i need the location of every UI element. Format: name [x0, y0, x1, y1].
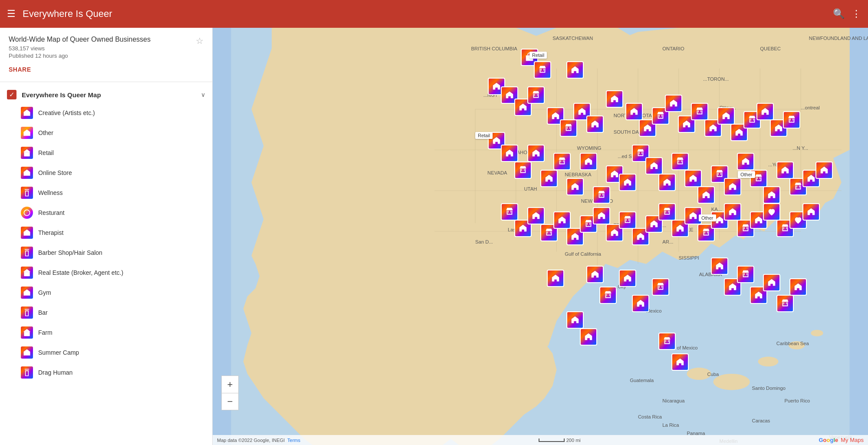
share-button[interactable]: SHARE	[9, 63, 31, 76]
svg-text:SISSIPPI: SISSIPPI	[679, 255, 699, 260]
category-label-creative: Creative (Artists etc.)	[38, 109, 95, 116]
category-item-therapist[interactable]: Therapist	[0, 223, 212, 243]
svg-text:WYOMING: WYOMING	[577, 145, 601, 151]
category-icon-other	[21, 127, 33, 139]
terms-link[interactable]: Terms	[287, 438, 300, 443]
scale-bar: 200 mi	[539, 438, 581, 443]
google-logo: Google	[819, 437, 838, 443]
category-icon-farm	[21, 326, 33, 339]
category-label-summercamp: Summer Camp	[38, 349, 79, 356]
svg-text:SASKATCHEWAN: SASKATCHEWAN	[552, 36, 593, 41]
svg-text:EE: EE	[687, 227, 694, 232]
menu-icon[interactable]: ☰	[7, 8, 16, 20]
app-title: Everywhere Is Queer	[23, 8, 826, 20]
category-item-creative[interactable]: Creative (Artists etc.)	[0, 103, 212, 123]
zoom-out-button[interactable]: −	[221, 393, 239, 410]
svg-text:TE...: TE...	[614, 223, 624, 228]
sidebar-info: World-Wide Map of Queer Owned Businesses…	[0, 28, 212, 82]
svg-text:Gulf of Mexico: Gulf of Mexico	[667, 345, 698, 350]
svg-text:UTAH: UTAH	[524, 186, 537, 191]
svg-text:QUEBEC: QUEBEC	[760, 46, 781, 51]
svg-text:Ottaw...: Ottaw...	[720, 105, 736, 110]
svg-rect-0	[24, 152, 30, 156]
category-icon-bar	[21, 307, 33, 319]
category-icon-therapist	[21, 227, 33, 239]
category-label-therapist: Therapist	[38, 229, 63, 236]
layer-checkbox[interactable]: ✓	[7, 90, 16, 99]
svg-text:ONTARIO: ONTARIO	[662, 46, 684, 51]
category-label-retail: Retail	[38, 149, 54, 156]
svg-point-1	[24, 210, 30, 215]
category-item-online-store[interactable]: Online Store	[0, 163, 212, 183]
svg-text:SOUTH DAKOTA: SOUTH DAKOTA	[614, 129, 652, 135]
svg-text:AR...: AR...	[662, 239, 673, 244]
map-area[interactable]: BRITISH COLUMBIA SASKATCHEWAN ONTARIO QU…	[213, 28, 868, 445]
svg-text:La Rica: La Rica	[662, 422, 679, 428]
search-icon[interactable]: 🔍	[833, 8, 845, 20]
map-svg: BRITISH COLUMBIA SASKATCHEWAN ONTARIO QU…	[213, 28, 868, 445]
category-label-draghuman: Drag Human	[38, 369, 72, 376]
svg-text:NORTH DAKOTA: NORTH DAKOTA	[614, 113, 652, 118]
svg-text:O...: O...	[658, 223, 666, 228]
svg-text:ALABAMA: ALABAMA	[699, 272, 723, 277]
app-header: ☰ Everywhere Is Queer 🔍 ⋮	[0, 0, 868, 28]
category-item-draghuman[interactable]: Drag Human	[0, 363, 212, 382]
category-item-summercamp[interactable]: Summer Camp	[0, 343, 212, 363]
category-item-other[interactable]: Other	[0, 123, 212, 143]
category-item-retail[interactable]: Retail	[0, 143, 212, 163]
svg-text:Gulf of California: Gulf of California	[565, 251, 602, 257]
category-label-barber: Barber Shop/Hair Salon	[38, 249, 102, 256]
category-icon-summercamp	[21, 346, 33, 359]
layer-section: ✓ Everywhere Is Queer Map ∨ Creative (Ar…	[0, 82, 212, 391]
category-label-other: Other	[38, 129, 53, 136]
zoom-in-button[interactable]: +	[221, 376, 239, 393]
svg-text:Santo Domingo: Santo Domingo	[752, 386, 786, 391]
category-icon-wellness	[21, 187, 33, 199]
svg-text:Mexico: Mexico	[646, 308, 662, 313]
category-label-bar: Bar	[38, 309, 48, 316]
svg-text:San D...: San D...	[475, 239, 493, 244]
category-item-farm[interactable]: Farm	[0, 323, 212, 343]
layer-header: ✓ Everywhere Is Queer Map ∨	[0, 86, 212, 103]
layer-expand-icon[interactable]: ∨	[201, 91, 205, 98]
category-icon-barber	[21, 247, 33, 259]
svg-text:...York: ...York	[768, 162, 782, 167]
svg-text:Caracas: Caracas	[752, 418, 770, 423]
more-icon[interactable]: ⋮	[852, 8, 861, 20]
category-item-realestate[interactable]: Real Estate (Broker, Agent etc.)	[0, 263, 212, 283]
star-icon[interactable]: ☆	[196, 36, 204, 46]
scale-label: 200 mi	[566, 438, 581, 443]
retail-label-1: Retail	[529, 52, 547, 59]
svg-text:NEVADA: NEVADA	[487, 170, 507, 175]
svg-text:...TORON...: ...TORON...	[703, 76, 729, 82]
category-icon-retail	[21, 147, 33, 159]
category-label-wellness: Wellness	[38, 189, 63, 196]
category-label-farm: Farm	[38, 329, 53, 336]
category-icon-online-store	[21, 167, 33, 179]
category-label-realestate: Real Estate (Broker, Agent etc.)	[38, 269, 123, 276]
svg-text:...ed Stat...: ...ed Stat...	[618, 154, 641, 159]
category-list: Creative (Artists etc.)OtherRetailOnline…	[0, 103, 212, 387]
category-item-bar[interactable]: Bar	[0, 303, 212, 323]
svg-text:Nicaragua: Nicaragua	[662, 398, 685, 403]
svg-text:...NGT: ...NGT	[483, 92, 498, 98]
category-item-wellness[interactable]: Wellness	[0, 183, 212, 203]
svg-text:...ontreal: ...ontreal	[801, 105, 820, 110]
svg-text:Caribbean Sea: Caribbean Sea	[776, 341, 809, 346]
category-icon-realestate	[21, 267, 33, 279]
category-item-gym[interactable]: Gym	[0, 283, 212, 303]
category-item-barber[interactable]: Barber Shop/Hair Salon	[0, 243, 212, 263]
layer-name: Everywhere Is Queer Map	[22, 91, 101, 99]
category-icon-draghuman	[21, 366, 33, 379]
category-icon-gym	[21, 287, 33, 299]
sidebar-views: 538,157 views	[9, 45, 151, 52]
other-label-2: Other	[699, 214, 716, 221]
retail-label-2: Retail	[475, 132, 493, 139]
svg-text:BRITISH COLUMBIA: BRITISH COLUMBIA	[471, 46, 518, 51]
category-item-restaurant[interactable]: Resturant	[0, 203, 212, 223]
svg-rect-3	[24, 332, 30, 336]
main-layout: World-Wide Map of Queer Owned Businesses…	[0, 28, 868, 445]
category-icon-restaurant	[21, 207, 33, 219]
category-label-restaurant: Resturant	[38, 209, 65, 216]
category-label-online-store: Online Store	[38, 169, 72, 176]
